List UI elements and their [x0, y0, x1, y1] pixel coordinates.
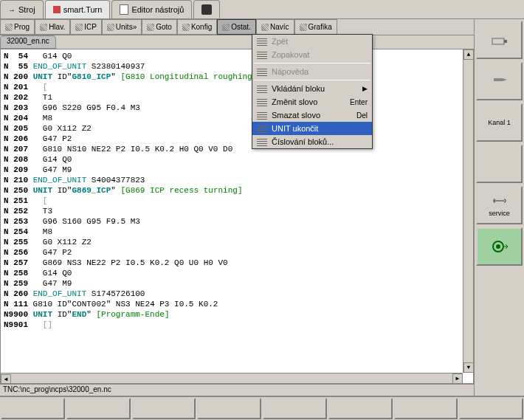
top-tab-bar: →Stroj smart.Turn Editor nástrojů — [0, 0, 524, 19]
softkey-6[interactable] — [328, 398, 393, 419]
softkey-3[interactable] — [132, 398, 196, 419]
softkey-8[interactable] — [459, 398, 523, 419]
machine-icon — [491, 32, 509, 47]
tool-ostat[interactable]: Ostat. — [217, 19, 256, 35]
softkey-1[interactable] — [1, 398, 65, 419]
menu-item[interactable]: UNIT ukončit — [252, 122, 372, 135]
svg-rect-1 — [504, 40, 507, 43]
target-icon — [491, 239, 509, 254]
code-line: N 253 G96 S160 G95 F9.5 M3 — [4, 216, 470, 227]
tab-editor-nastroju[interactable]: Editor nástrojů — [111, 0, 192, 18]
tool-konfig[interactable]: Konfig — [177, 19, 217, 35]
menu-item-label: Vkládání bloku — [272, 84, 325, 93]
vertical-scrollbar[interactable]: ▲ ▼ — [463, 49, 473, 373]
grid-icon — [75, 24, 83, 31]
tab-save[interactable] — [193, 0, 220, 18]
grid-icon — [261, 24, 269, 31]
code-line: N 257 G869 NS3 NE22 P2 I0.5 K0.2 Q0 U0 H… — [4, 258, 470, 268]
toolbar: Prog Hlav. ICP Units» Goto Konfig Ostat.… — [0, 19, 474, 35]
softkey-5[interactable] — [263, 398, 327, 419]
file-tab[interactable]: 32000_en.nc — [0, 35, 56, 49]
grid-icon — [107, 24, 114, 31]
scroll-left-icon[interactable]: ◀ — [1, 374, 11, 384]
menu-icon — [257, 111, 267, 120]
menu-icon — [257, 67, 267, 76]
menu-item[interactable]: Číslování bloků... — [252, 135, 372, 148]
tool-label: Units» — [116, 23, 137, 31]
svg-point-5 — [496, 244, 500, 249]
softkey-7[interactable] — [394, 398, 458, 419]
code-line: N 251 [ — [4, 196, 470, 206]
wrench-icon — [491, 193, 509, 208]
code-line: N 254 M8 — [4, 227, 470, 237]
code-line: N 202 T1 — [4, 92, 470, 103]
scroll-right-icon[interactable]: ▶ — [452, 373, 463, 384]
tool-hlav[interactable]: Hlav. — [35, 19, 70, 35]
code-line: N 205 G0 X112 Z2 — [4, 123, 470, 134]
tool-prog[interactable]: Prog — [0, 19, 35, 35]
svg-marker-3 — [503, 78, 507, 81]
code-line: N 203 G96 S220 G95 F0.4 M3 — [4, 103, 470, 113]
tool-grafika[interactable]: Grafika — [294, 19, 337, 35]
softkey-2[interactable] — [66, 398, 131, 419]
menu-item: Nápověda — [252, 65, 372, 78]
right-btn-empty[interactable] — [476, 145, 523, 183]
menu-separator — [254, 80, 370, 80]
tool-units[interactable]: Units» — [102, 19, 142, 35]
left-panel: Prog Hlav. ICP Units» Goto Konfig Ostat.… — [0, 19, 474, 396]
menu-shortcut: Enter — [350, 98, 368, 106]
menu-item-label: Změnit slovo — [272, 97, 317, 106]
menu-item[interactable]: Vkládání bloku▶ — [252, 82, 372, 95]
code-line: N 259 G47 M9 — [4, 278, 470, 289]
tool-navic[interactable]: Navíc — [256, 19, 294, 35]
grid-icon — [300, 24, 307, 31]
code-line: N 54 G14 Q0 — [4, 51, 470, 61]
code-line: N 208 G14 Q0 — [4, 154, 470, 165]
tool-goto[interactable]: Goto — [142, 19, 177, 35]
menu-item-label: Číslování bloků... — [272, 137, 334, 146]
scroll-down-icon[interactable]: ▼ — [463, 362, 474, 373]
code-line: N 207 G810 NS10 NE22 P2 I0.5 K0.2 H0 Q0 … — [4, 144, 470, 154]
menu-separator — [254, 63, 370, 63]
arrow-right-icon: → — [8, 6, 15, 14]
menu-item-label: Smazat slovo — [272, 111, 320, 120]
code-line: N 250 UNIT ID"G869_ICP" [G869 ICP recess… — [4, 185, 470, 196]
tool-label: Prog — [14, 23, 30, 31]
code-line: N 210 END_OF_UNIT S4004377823 — [4, 175, 470, 185]
code-line: N 255 G0 X112 Z2 — [4, 237, 470, 247]
menu-icon — [257, 37, 267, 46]
tool-label: ICP — [84, 23, 97, 31]
right-btn-kanal[interactable]: Kanal 1 — [476, 103, 523, 142]
code-line: N9900 UNIT ID"END" [Programm-Ende] — [4, 309, 470, 320]
menu-item-label: UNIT ukončit — [272, 124, 318, 133]
menu-icon — [257, 97, 267, 106]
grid-icon — [5, 24, 13, 31]
grid-icon — [40, 24, 47, 31]
tab-label: Stroj — [18, 5, 35, 14]
tool-label: Goto — [156, 23, 172, 31]
grid-icon — [182, 24, 190, 31]
code-editor[interactable]: N 54 G14 Q0N 55 END_OF_UNIT S2380140937N… — [0, 49, 474, 384]
tab-label: smart.Turn — [63, 5, 103, 14]
menu-item[interactable]: Změnit slovoEnter — [252, 95, 372, 109]
code-line: N 204 M8 — [4, 113, 470, 123]
right-btn-service[interactable]: service — [476, 186, 523, 224]
code-line: N 258 G14 Q0 — [4, 268, 470, 278]
code-line: N9901 [] — [4, 320, 470, 330]
horizontal-scrollbar[interactable]: ◀ ▶ — [1, 373, 463, 383]
grid-icon — [147, 24, 154, 31]
right-btn-machine[interactable] — [476, 21, 523, 59]
menu-shortcut: Del — [356, 111, 368, 120]
tool-label: Konfig — [191, 23, 212, 31]
tab-stroj[interactable]: →Stroj — [0, 0, 44, 18]
right-btn-target[interactable] — [476, 227, 523, 266]
scroll-up-icon[interactable]: ▲ — [463, 49, 474, 60]
tool-icp[interactable]: ICP — [70, 19, 102, 35]
softkey-4[interactable] — [197, 398, 261, 419]
code-line: N 201 [ — [4, 82, 470, 92]
code-line: N 252 T3 — [4, 206, 470, 216]
right-btn-tool[interactable] — [476, 62, 523, 100]
tool-label: Hlav. — [49, 23, 65, 31]
tab-smart-turn[interactable]: smart.Turn — [45, 0, 111, 18]
menu-item[interactable]: Smazat slovoDel — [252, 109, 372, 122]
